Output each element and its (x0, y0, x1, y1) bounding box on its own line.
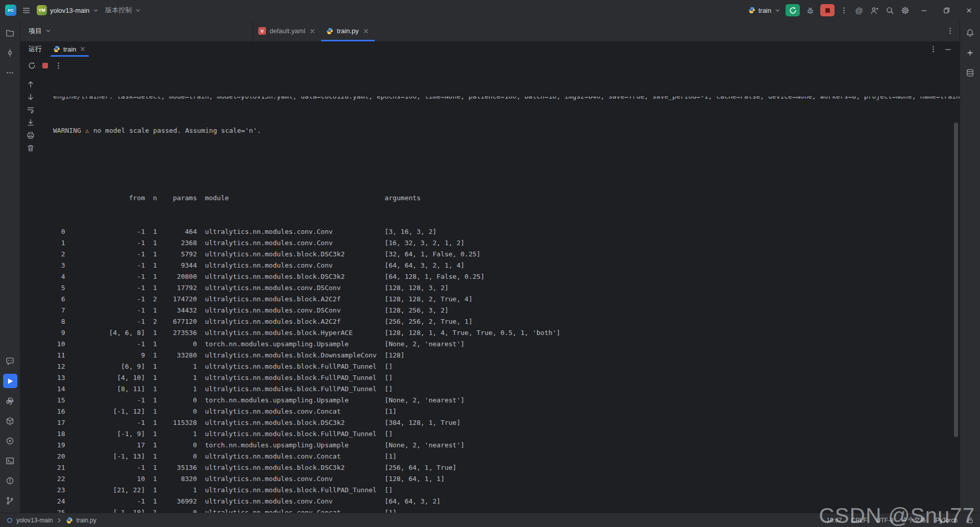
kebab-icon[interactable] (54, 61, 63, 70)
vcs-widget[interactable]: 版本控制 (102, 3, 144, 18)
run-tool-button[interactable] (3, 374, 17, 388)
console-table-row: 19 17 1 0 torch.nn.modules.upsampling.Up… (53, 440, 960, 451)
line-ending-widget[interactable]: CRLF (851, 517, 867, 524)
gear-icon (901, 6, 910, 15)
console-table-row: 0 -1 1 464 ultralytics.nn.modules.conv.C… (53, 226, 960, 237)
console-table-row: 6 -1 2 174720 ultralytics.nn.modules.blo… (53, 294, 960, 305)
run-panel-title: 运行 (20, 41, 49, 57)
at-icon: @ (855, 6, 863, 15)
problems-icon (6, 476, 14, 485)
run-console: engine/trainer: task=detect, mode=train,… (20, 74, 960, 513)
problems-tool-button[interactable] (3, 473, 17, 488)
close-tab-icon[interactable] (79, 45, 86, 53)
chevron-down-icon (774, 7, 781, 14)
services-icon (6, 437, 14, 445)
close-tab-icon[interactable] (362, 28, 370, 35)
chevron-down-icon (45, 28, 52, 34)
soft-wrap-icon[interactable] (27, 106, 35, 114)
database-button[interactable] (963, 65, 977, 80)
hamburger-icon (22, 6, 31, 15)
caret-position-widget[interactable]: 10:67 (826, 517, 842, 524)
commit-tool-button[interactable] (3, 45, 17, 60)
run-toolbar (20, 57, 960, 74)
encoding-widget[interactable]: UTF-8 (876, 517, 894, 524)
console-table-row: 22 10 1 8320 ultralytics.nn.modules.conv… (53, 473, 960, 485)
project-widget[interactable]: YM yolov13-main (34, 3, 102, 18)
console-table-row: 23 [21, 22] 1 1 ultralytics.nn.modules.b… (53, 485, 960, 496)
run-config-selector[interactable]: train (745, 3, 784, 18)
editor-tab-label: default.yaml (270, 27, 305, 35)
stop-button[interactable] (820, 4, 835, 16)
bug-icon (806, 6, 815, 15)
git-tool-button[interactable] (3, 493, 17, 508)
more-horizontal-icon (6, 68, 14, 77)
bell-icon (966, 29, 974, 37)
run-tab-train[interactable]: train (49, 41, 90, 57)
main-menu-button[interactable] (18, 3, 34, 18)
run-tab-label: train (63, 45, 76, 53)
project-tool-button[interactable] (3, 26, 17, 40)
console-table-row: 2 -1 1 5792 ultralytics.nn.modules.block… (53, 249, 960, 260)
search-everywhere-button[interactable] (882, 3, 897, 18)
console-output[interactable]: engine/trainer: task=detect, mode=train,… (41, 74, 960, 513)
console-table-row: 4 -1 1 20800 ultralytics.nn.modules.bloc… (53, 271, 960, 282)
invite-user-button[interactable] (867, 3, 882, 18)
hide-tool-window-icon[interactable] (944, 45, 952, 54)
restore-button[interactable] (935, 0, 958, 20)
kebab-icon[interactable] (929, 45, 938, 54)
editor-tab-label: train.py (337, 27, 359, 35)
lock-icon[interactable] (967, 517, 974, 524)
console-table-row: 15 -1 1 0 torch.nn.modules.upsampling.Up… (53, 395, 960, 406)
close-tab-icon[interactable] (309, 28, 316, 35)
terminal-tool-button[interactable] (3, 453, 17, 468)
editor-tab-default-yaml[interactable]: V default.yaml (253, 20, 321, 41)
services-tool-button[interactable] (3, 434, 17, 448)
run-header-options (929, 41, 960, 57)
console-table-row: 17 -1 1 115328 ultralytics.nn.modules.bl… (53, 417, 960, 428)
console-table-row: 24 -1 1 36992 ultralytics.nn.modules.con… (53, 496, 960, 507)
settings-button[interactable] (897, 3, 913, 18)
down-stack-trace-icon[interactable] (27, 93, 35, 101)
indent-widget[interactable]: 4 个空格 (903, 516, 926, 524)
debug-button[interactable] (803, 4, 817, 16)
interpreter-widget[interactable]: PyTorch (936, 517, 958, 524)
close-button[interactable] (958, 0, 980, 20)
print-icon[interactable] (27, 131, 35, 139)
console-blank-line (53, 159, 960, 170)
pycharm-logo-icon[interactable]: PC (5, 5, 16, 16)
clear-console-icon[interactable] (27, 144, 35, 152)
code-with-me-button[interactable]: @ (851, 3, 867, 18)
vcs-label: 版本控制 (105, 6, 132, 15)
rerun-icon[interactable] (28, 61, 36, 70)
console-table-row: 18 [-1, 9] 1 1 ultralytics.nn.modules.bl… (53, 428, 960, 440)
editor-tab-train-py[interactable]: train.py (321, 20, 375, 41)
minimize-button[interactable] (913, 0, 935, 20)
title-bar-right: train @ (745, 0, 980, 20)
stop-process-icon[interactable] (42, 63, 48, 68)
run-more-button[interactable] (836, 3, 851, 18)
ai-chat-tool-button[interactable] (3, 354, 17, 368)
up-stack-trace-icon[interactable] (27, 80, 35, 88)
notifications-button[interactable] (963, 26, 977, 40)
ai-assistant-button[interactable] (963, 45, 977, 60)
packages-tool-button[interactable] (3, 414, 17, 428)
left-tool-window-bar (0, 20, 20, 513)
console-table-row: 5 -1 1 17792 ultralytics.nn.modules.conv… (53, 282, 960, 294)
breadcrumb-project[interactable]: yolov13-main (16, 517, 53, 524)
more-tool-windows-button[interactable] (3, 65, 17, 80)
console-table-row: 10 -1 1 0 torch.nn.modules.upsampling.Up… (53, 339, 960, 350)
console-table-row: 16 [-1, 12] 1 0 ultralytics.nn.modules.c… (53, 406, 960, 417)
python-file-icon (66, 517, 73, 524)
console-table-row: 1 -1 1 2368 ultralytics.nn.modules.conv.… (53, 237, 960, 249)
tab-strip-options (946, 20, 960, 41)
scroll-to-end-icon[interactable] (27, 118, 35, 127)
python-console-tool-button[interactable] (3, 394, 17, 408)
kebab-icon[interactable] (946, 27, 954, 35)
project-panel-header[interactable]: 项目 (20, 20, 253, 41)
rerun-button[interactable] (786, 4, 800, 16)
breadcrumb-file[interactable]: train.py (76, 517, 96, 524)
console-scrollbar[interactable] (954, 123, 958, 437)
yaml-file-icon: V (258, 27, 266, 35)
stop-icon (825, 8, 830, 13)
project-name: yolov13-main (50, 7, 89, 14)
